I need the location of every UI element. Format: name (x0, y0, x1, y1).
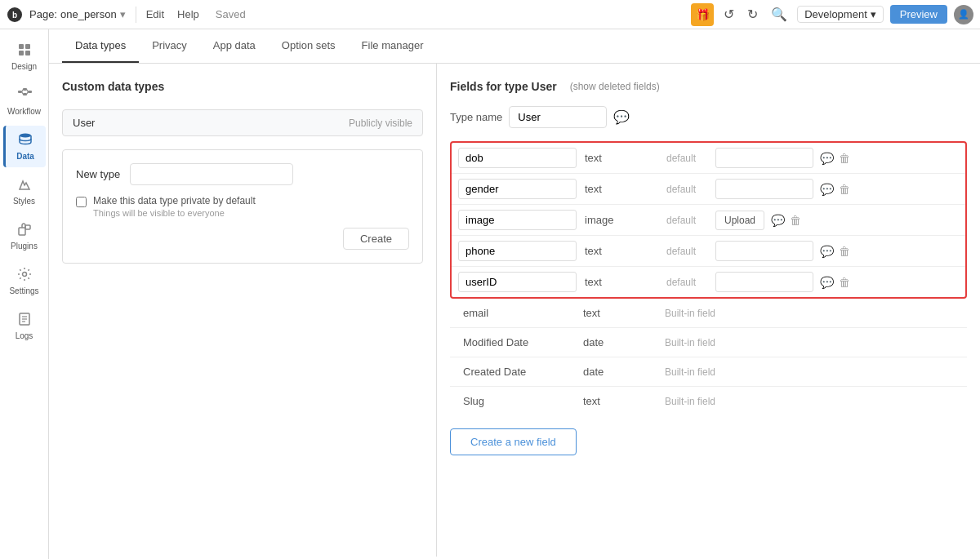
delete-action-dob[interactable]: 🗑 (839, 152, 850, 165)
field-type-image: image (585, 214, 666, 226)
field-default-input-userid[interactable] (715, 272, 813, 292)
preview-button[interactable]: Preview (890, 5, 947, 24)
sidebar-item-design[interactable]: Design (3, 36, 46, 78)
builtin-row-email: email text Built-in field (450, 299, 967, 328)
delete-action-userid[interactable]: 🗑 (839, 276, 850, 289)
delete-action-gender[interactable]: 🗑 (839, 183, 850, 196)
avatar: 👤 (954, 5, 973, 24)
builtin-type-email: text (583, 307, 665, 319)
svg-text:b: b (12, 11, 17, 20)
tab-data-types[interactable]: Data types (62, 29, 139, 63)
help-menu[interactable]: Help (177, 8, 199, 20)
field-actions-phone: 💬 🗑 (820, 245, 850, 258)
upload-button[interactable]: Upload (715, 211, 764, 230)
field-row-phone: text default 💬 🗑 (452, 236, 965, 267)
builtin-status-created-date: Built-in field (665, 366, 715, 378)
private-checkbox[interactable] (76, 197, 87, 207)
gift-button[interactable]: 🎁 (691, 3, 714, 26)
field-row-gender: text default 💬 🗑 (452, 174, 965, 205)
builtin-row-slug: Slug text Built-in field (450, 387, 967, 415)
design-icon (17, 42, 32, 60)
sidebar-item-workflow[interactable]: Workflow (3, 81, 46, 122)
field-default-input-gender[interactable] (715, 179, 813, 199)
field-name-image (458, 210, 585, 230)
show-deleted-link[interactable]: (show deleted fields) (570, 81, 660, 92)
builtin-row-modified-date: Modified Date date Built-in field (450, 328, 967, 357)
field-default-input-dob[interactable] (715, 148, 813, 168)
comment-action-gender[interactable]: 💬 (820, 183, 834, 196)
svg-line-11 (22, 92, 23, 95)
comment-action-userid[interactable]: 💬 (820, 276, 834, 289)
field-name-input-gender[interactable] (458, 179, 577, 199)
undo-button[interactable]: ↺ (720, 3, 737, 25)
topbar: b Page: one_person ▾ Edit Help Saved 🎁 ↺… (0, 0, 980, 29)
sidebar-item-settings[interactable]: Settings (3, 260, 46, 302)
field-name-phone (458, 241, 585, 261)
right-panel-header: Fields for type User (show deleted field… (450, 80, 967, 93)
comment-action-dob[interactable]: 💬 (820, 152, 834, 165)
sidebar-item-data[interactable]: Data (3, 126, 46, 167)
comment-icon[interactable]: 💬 (613, 109, 630, 125)
field-name-input-userid[interactable] (458, 272, 577, 292)
field-row-userid: text default 💬 🗑 (452, 267, 965, 297)
logs-icon (17, 312, 32, 329)
page-selector[interactable]: Page: one_person ▾ (29, 8, 126, 20)
create-type-button[interactable]: Create (343, 228, 409, 250)
type-name-label: Type name (450, 111, 502, 123)
data-type-name: User (73, 117, 95, 129)
data-type-visibility: Publicly visible (349, 118, 412, 129)
divider-1 (136, 7, 136, 23)
comment-action-image[interactable]: 💬 (771, 214, 785, 227)
field-default-input-phone[interactable] (715, 241, 813, 261)
field-type-phone: text (585, 245, 666, 257)
type-name-input[interactable] (509, 106, 607, 128)
design-label: Design (11, 62, 37, 71)
data-type-user[interactable]: User Publicly visible (62, 109, 423, 136)
tab-privacy[interactable]: Privacy (139, 29, 200, 63)
redo-button[interactable]: ↻ (744, 3, 761, 25)
field-default-label-userid: default (666, 277, 715, 288)
left-panel: Custom data types User Publicly visible … (49, 64, 437, 557)
builtin-type-modified-date: date (583, 336, 665, 348)
edit-menu[interactable]: Edit (146, 8, 164, 20)
tab-app-data[interactable]: App data (200, 29, 269, 63)
tab-file-manager[interactable]: File manager (349, 29, 437, 63)
new-type-label-row: New type (76, 163, 409, 185)
tab-option-sets[interactable]: Option sets (269, 29, 349, 63)
sidebar: Design Workflow (0, 29, 49, 559)
page-dropdown-icon[interactable]: ▾ (120, 8, 126, 20)
field-name-userid (458, 272, 585, 292)
environment-selector[interactable]: Development ▾ (797, 6, 884, 23)
create-field-button[interactable]: Create a new field (450, 428, 577, 455)
tabs-bar: Data types Privacy App data Option sets … (49, 29, 980, 64)
svg-point-14 (20, 134, 31, 138)
builtin-name-email: email (457, 304, 583, 322)
logs-label: Logs (16, 331, 33, 340)
svg-rect-7 (23, 88, 27, 91)
search-button[interactable]: 🔍 (768, 3, 791, 25)
type-name-row: Type name 💬 (450, 106, 967, 128)
svg-rect-9 (28, 91, 32, 93)
private-desc: Things will be visible to everyone (93, 208, 256, 218)
field-default-label-phone: default (666, 246, 715, 257)
comment-action-phone[interactable]: 💬 (820, 245, 834, 258)
sidebar-item-logs[interactable]: Logs (3, 305, 46, 347)
field-row-image: image default Upload 💬 🗑 (452, 205, 965, 236)
field-actions-image: 💬 🗑 (771, 214, 801, 227)
field-name-input-phone[interactable] (458, 241, 577, 261)
field-default-label-dob: default (666, 153, 715, 164)
builtin-fields: email text Built-in field Modified Date … (450, 299, 967, 415)
new-type-input[interactable] (130, 163, 293, 185)
sidebar-item-styles[interactable]: Styles (3, 171, 46, 212)
field-default-label-gender: default (666, 184, 715, 195)
sidebar-item-plugins[interactable]: Plugins (3, 215, 46, 257)
svg-rect-4 (19, 51, 24, 55)
right-panel-title: Fields for type User (450, 80, 557, 93)
field-name-input-image[interactable] (458, 210, 577, 230)
field-actions-gender: 💬 🗑 (820, 183, 850, 196)
delete-action-phone[interactable]: 🗑 (839, 245, 850, 258)
private-checkbox-row: Make this data type private by default T… (76, 195, 409, 218)
field-name-input-dob[interactable] (458, 148, 577, 168)
delete-action-image[interactable]: 🗑 (790, 214, 801, 227)
builtin-name-created-date: Created Date (457, 362, 583, 381)
